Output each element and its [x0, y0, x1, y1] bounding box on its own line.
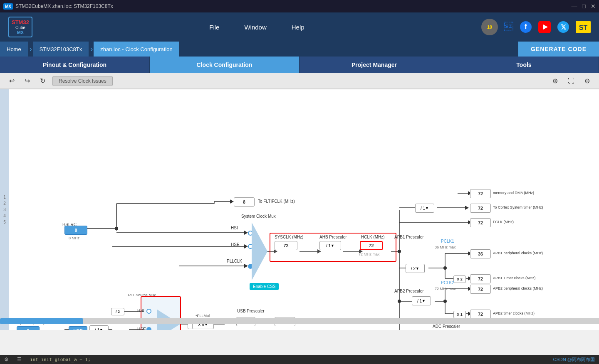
- resolve-clock-button[interactable]: Resolve Clock Issues: [52, 76, 113, 86]
- pll-hse-radio[interactable]: [146, 327, 151, 330]
- adc-prescaler-label: ADC Prescaler: [433, 324, 460, 329]
- cortex-timer-value-box: 72: [470, 204, 491, 213]
- apb2-x1-box: X 1: [453, 311, 466, 318]
- tab-project[interactable]: Project Manager: [300, 57, 449, 73]
- hsi-mhz-label: 8 MHz: [69, 236, 79, 240]
- apb2-timer-value-box: 72: [470, 310, 491, 319]
- apb2-div-select[interactable]: / 1 ▼: [412, 296, 431, 305]
- top-partial-label: memory and DMA (MHz): [493, 191, 534, 195]
- tab-clock[interactable]: Clock Configuration: [150, 57, 300, 73]
- generate-code-button[interactable]: GENERATE CODE: [518, 42, 599, 57]
- tab-bar: Pinout & Configuration Clock Configurati…: [0, 57, 599, 73]
- social-icons: 10  f 𝕏 ST: [481, 19, 591, 35]
- statusbar: ⚙ ☰ int_init_global_a = 1; CSDN @阿布阿布国: [0, 355, 599, 364]
- redo-button[interactable]: ↪: [22, 75, 33, 87]
- svg-marker-35: [465, 206, 469, 210]
- breadcrumb-device[interactable]: STM32F103C8Tx: [33, 42, 89, 57]
- zoom-out-button[interactable]: ⊖: [582, 75, 593, 87]
- refresh-button[interactable]: ↻: [37, 75, 48, 87]
- status-icon2: ☰: [17, 357, 22, 362]
- tab-tools[interactable]: Tools: [449, 57, 599, 73]
- apb2-periph-value-box: 72: [470, 285, 491, 294]
- minimize-btn[interactable]: —: [572, 3, 577, 10]
- pclk2-label: PCLK2: [441, 280, 454, 285]
- breadcrumb-home[interactable]: Home: [0, 42, 28, 57]
- facebook-icon[interactable]: : [504, 22, 513, 32]
- pll-mul-label: *PLLMul: [196, 314, 210, 318]
- facebook-icon-svg[interactable]: f: [520, 21, 532, 33]
- cortex-timer-label: To Cortex System timer (MHz): [493, 205, 543, 209]
- ahb-prescaler-label: AHB Prescaler: [319, 235, 347, 239]
- pllclk-signal-label: PLLCLK: [227, 259, 242, 263]
- cortex-div-select[interactable]: / 1 ▼: [415, 204, 434, 213]
- apb1-timer-label: APB1 Timer clocks (MHz): [493, 276, 536, 280]
- logo-mx: MX: [17, 30, 24, 35]
- system-clock-mux-label: System Clock Mux: [241, 214, 276, 219]
- fltifclk-value-box: 8: [234, 197, 255, 207]
- status-icon: ⚙: [4, 357, 9, 362]
- pll-source-mux-label: PLL Source Mux: [128, 293, 156, 297]
- horizontal-scrollbar[interactable]: [0, 318, 599, 324]
- window-controls[interactable]: — □ ✕: [572, 3, 596, 10]
- fullscreen-button[interactable]: ⛶: [565, 75, 577, 87]
- zoom-in-button[interactable]: ⊕: [549, 75, 561, 87]
- div2-pll-box: / 2: [111, 308, 124, 315]
- apb1-max-label: 36 MHz max: [435, 245, 456, 249]
- main-nav: File Window Help: [49, 24, 465, 31]
- status-code: int_init_global_a = 1;: [30, 357, 91, 362]
- youtube-icon-svg[interactable]: [538, 21, 551, 33]
- tab-pinout[interactable]: Pinout & Configuration: [0, 57, 150, 73]
- app-logo: MX: [3, 3, 13, 10]
- input-freq-value: 8: [17, 326, 40, 330]
- titlebar: MX STM32CubeMX zhan.ioc: STM32F103C8Tx —…: [0, 0, 599, 12]
- undo-button[interactable]: ↩: [6, 75, 17, 87]
- anniversary-icon: 10: [481, 19, 498, 35]
- menubar: STM32 Cube MX File Window Help 10  f 𝕏 …: [0, 12, 599, 42]
- apb2-timer-label: APB2 timer clocks (MHz): [493, 311, 535, 315]
- toolbar: ↩ ↪ ↻ Resolve Clock Issues ⊕ ⛶ ⊖: [0, 73, 599, 89]
- hclk-label: HCLK (MHz): [361, 235, 385, 239]
- twitter-icon-svg[interactable]: 𝕏: [557, 21, 569, 33]
- fclk-value-box: 72: [470, 218, 491, 227]
- st-icon-svg[interactable]: ST: [576, 21, 591, 33]
- sysclk-value-box: 72: [275, 241, 297, 250]
- enable-css-button[interactable]: Enable CSS: [250, 283, 279, 290]
- left-sidebar: 1 2 3 4 5: [0, 89, 9, 330]
- svg-marker-23: [244, 264, 248, 268]
- breadcrumb-config[interactable]: zhan.ioc - Clock Configuration: [94, 42, 179, 57]
- svg-point-74: [443, 266, 447, 270]
- breadcrumb: Home › STM32F103C8Tx › zhan.ioc - Clock …: [0, 42, 599, 57]
- hse-prescaler-select[interactable]: / 1 ▼: [89, 325, 109, 330]
- status-right: CSDN @阿布阿布国: [553, 357, 595, 363]
- logo-cube: Cube: [15, 25, 25, 30]
- svg-point-71: [115, 227, 118, 230]
- menu-file[interactable]: File: [209, 24, 219, 31]
- apb1-x2-box: X 2: [453, 275, 466, 283]
- apb1-periph-value-box: 36: [470, 249, 491, 258]
- apb1-prescaler-label: APB1 Prescaler: [394, 235, 424, 239]
- svg-text:f: f: [525, 22, 527, 31]
- top-value-box-a: 72: [470, 189, 491, 198]
- svg-text:𝕏: 𝕏: [561, 24, 566, 31]
- logo-stm: STM32: [12, 19, 29, 25]
- apb1-timer-value-box: 72: [470, 274, 491, 283]
- apb1-periph-label: APB1 peripheral clocks (MHz): [493, 251, 543, 255]
- clock-diagram-area: 1 2 3 4 5: [0, 89, 599, 330]
- menu-help[interactable]: Help: [292, 24, 304, 31]
- menu-window[interactable]: Window: [244, 24, 266, 31]
- scrollbar-thumb[interactable]: [0, 318, 83, 324]
- apb1-div-select[interactable]: / 2 ▼: [406, 264, 425, 273]
- titlebar-title: STM32CubeMX zhan.ioc: STM32F103C8Tx: [15, 3, 113, 9]
- svg-point-75: [443, 300, 447, 303]
- hse-box[interactable]: HSE: [69, 326, 87, 330]
- close-btn[interactable]: ✕: [591, 3, 596, 10]
- hclk-value-box: 72: [360, 241, 383, 250]
- svg-text:ST: ST: [579, 24, 588, 31]
- pclk1-label: PCLK1: [441, 239, 454, 243]
- maximize-btn[interactable]: □: [582, 3, 586, 10]
- ahb-prescaler-select[interactable]: / 1 ▼: [319, 241, 341, 250]
- pll-hsi-radio[interactable]: [146, 309, 151, 314]
- sysclk-mux-triangle: [252, 222, 267, 280]
- breadcrumb-arrow2: ›: [90, 45, 93, 54]
- connection-lines: [0, 89, 599, 330]
